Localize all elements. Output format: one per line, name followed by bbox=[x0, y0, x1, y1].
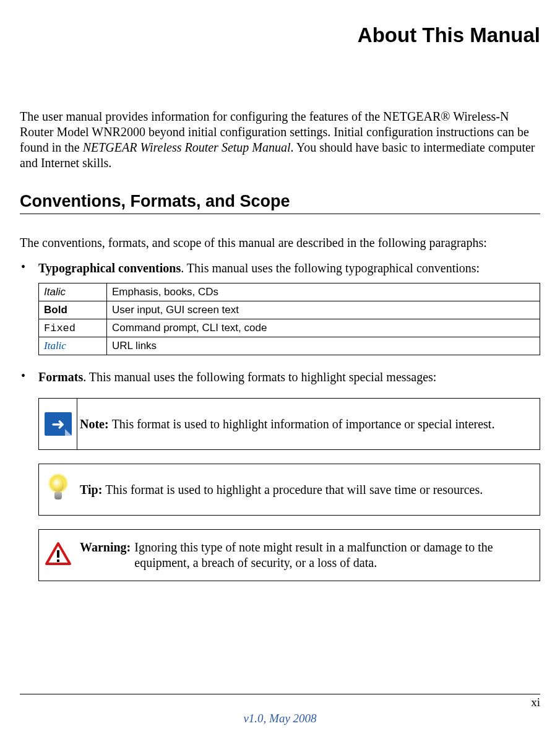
warning-label: Warning: bbox=[80, 540, 131, 571]
bullet-formats-text: Formats. This manual uses the following … bbox=[38, 369, 540, 386]
note-body: This format is used to highlight informa… bbox=[112, 417, 495, 431]
conv-cell-desc: Emphasis, books, CDs bbox=[107, 283, 540, 301]
footer-version: v1.0, May 2008 bbox=[0, 712, 560, 725]
bullet-typographical-text: Typographical conventions. This manual u… bbox=[38, 260, 540, 277]
page-title: About This Manual bbox=[20, 24, 540, 47]
tip-icon-cell bbox=[39, 464, 77, 515]
section-intro-text: The conventions, formats, and scope of t… bbox=[20, 234, 540, 251]
bullet-rest-formats: . This manual uses the following formats… bbox=[83, 370, 436, 384]
bullet-formats: • Formats. This manual uses the followin… bbox=[20, 369, 540, 386]
tip-callout: Tip: This format is used to highlight a … bbox=[38, 464, 540, 516]
lightbulb-icon bbox=[45, 473, 72, 506]
table-row: Italic URL links bbox=[39, 337, 540, 355]
note-text: Note: This format is used to highlight i… bbox=[77, 410, 540, 438]
page-number: xi bbox=[531, 696, 540, 709]
warning-text: Warning: Ignoring this type of note migh… bbox=[77, 534, 540, 577]
conv-cell-desc: URL links bbox=[107, 337, 540, 355]
intro-italic-ref: NETGEAR Wireless Router Setup Manual bbox=[83, 140, 291, 154]
note-icon-cell bbox=[39, 399, 77, 449]
note-label: Note: bbox=[80, 417, 112, 431]
bullet-marker: • bbox=[20, 260, 38, 277]
note-callout: Note: This format is used to highlight i… bbox=[38, 398, 540, 450]
tip-label: Tip: bbox=[80, 483, 105, 496]
warning-callout: Warning: Ignoring this type of note migh… bbox=[38, 529, 540, 581]
section-heading-conventions: Conventions, Formats, and Scope bbox=[20, 192, 540, 214]
table-row: Bold User input, GUI screen text bbox=[39, 301, 540, 319]
bullet-marker: • bbox=[20, 369, 38, 386]
svg-rect-1 bbox=[57, 560, 59, 562]
tip-body: This format is used to highlight a proce… bbox=[105, 483, 483, 496]
table-row: Italic Emphasis, books, CDs bbox=[39, 283, 540, 301]
intro-text-1: The user manual provides information for… bbox=[20, 110, 441, 123]
tip-text: Tip: This format is used to highlight a … bbox=[77, 476, 540, 504]
conv-cell-desc: User input, GUI screen text bbox=[107, 301, 540, 319]
table-row: Fixed Command prompt, CLI text, code bbox=[39, 319, 540, 337]
bullet-typographical: • Typographical conventions. This manual… bbox=[20, 260, 540, 277]
registered-mark: ® bbox=[441, 110, 450, 123]
bullet-label-formats: Formats bbox=[38, 370, 83, 384]
intro-paragraph: The user manual provides information for… bbox=[20, 109, 540, 171]
conv-cell-style: Italic bbox=[39, 337, 107, 355]
footer-divider bbox=[20, 694, 540, 694]
conv-cell-style: Italic bbox=[39, 283, 107, 301]
conv-cell-style: Bold bbox=[39, 301, 107, 319]
conv-cell-desc: Command prompt, CLI text, code bbox=[107, 319, 540, 337]
warning-body: Ignoring this type of note might result … bbox=[131, 540, 533, 571]
conv-cell-style: Fixed bbox=[39, 319, 107, 337]
bullet-rest-typographical: . This manual uses the following typogra… bbox=[181, 261, 480, 275]
bullet-label-typographical: Typographical conventions bbox=[38, 261, 181, 275]
warning-triangle-icon bbox=[45, 542, 72, 569]
svg-rect-0 bbox=[57, 550, 59, 558]
note-arrow-icon bbox=[45, 412, 72, 436]
conventions-table: Italic Emphasis, books, CDs Bold User in… bbox=[38, 283, 540, 355]
warning-icon-cell bbox=[39, 530, 77, 581]
